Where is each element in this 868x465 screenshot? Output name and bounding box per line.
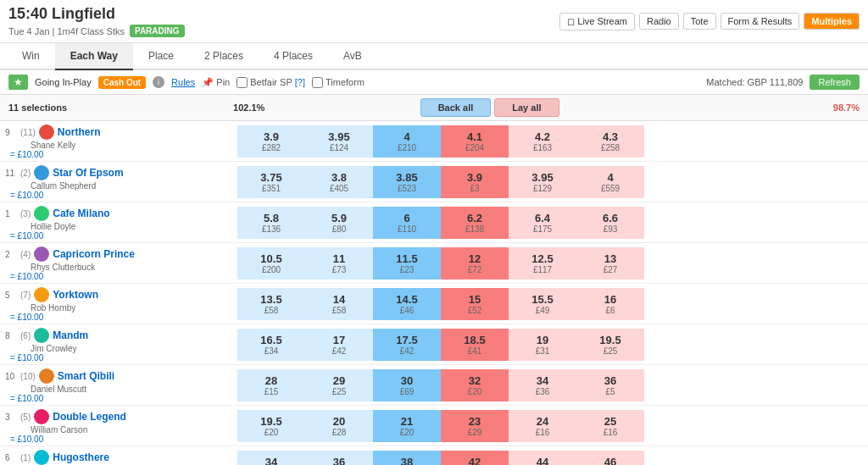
multiples-button[interactable]: Multiples: [804, 13, 860, 30]
tab-win[interactable]: Win: [7, 43, 55, 70]
lay-odds-cell[interactable]: 18.5£41: [441, 329, 509, 361]
timeform-checkbox-label[interactable]: Timeform: [312, 77, 364, 88]
odds-value: 21: [375, 415, 439, 428]
live-stream-button[interactable]: ◻ Live Stream: [559, 13, 635, 30]
lay-odds-cell[interactable]: 6.4£175: [509, 207, 576, 239]
tab-each-way[interactable]: Each Way: [55, 43, 133, 70]
lay-odds-cell[interactable]: 15.5£49: [509, 288, 576, 320]
app-container: 15:40 Lingfield Tue 4 Jan | 1m4f Class S…: [0, 0, 868, 465]
back-odds-cell[interactable]: 3.8£405: [305, 166, 373, 198]
tab-2places[interactable]: 2 Places: [189, 43, 259, 70]
back-odds-cell[interactable]: 13.5£58: [237, 288, 305, 320]
back-odds-cell[interactable]: 17.5£42: [373, 329, 441, 361]
timeform-checkbox[interactable]: [312, 77, 323, 88]
odds-value: 6: [375, 212, 439, 224]
tab-place[interactable]: Place: [133, 43, 189, 70]
lay-odds-cell[interactable]: 23£29: [441, 410, 509, 442]
lay-odds-cell[interactable]: 13£27: [576, 247, 644, 280]
horse-name[interactable]: Yorktown: [53, 289, 98, 301]
odds-amount: £351: [239, 184, 303, 193]
lay-odds-cell[interactable]: 4.2£163: [509, 125, 576, 158]
horse-name[interactable]: Capricorn Prince: [53, 248, 135, 260]
min-bet: = £10.00: [5, 394, 232, 403]
lay-odds-cell[interactable]: 12.5£117: [509, 247, 576, 280]
lay-odds-cell[interactable]: 12£72: [441, 247, 509, 280]
radio-button[interactable]: Radio: [639, 13, 679, 30]
lay-odds-cell[interactable]: 36£5: [576, 369, 644, 401]
lay-odds-cell[interactable]: 19.5£25: [576, 329, 644, 361]
back-odds-cell[interactable]: 3.75£351: [237, 166, 305, 198]
odds-amount: £29: [442, 428, 507, 437]
rules-link[interactable]: Rules: [171, 77, 195, 87]
lay-odds-cell[interactable]: 15£52: [441, 288, 509, 320]
back-all-button[interactable]: Back all: [420, 98, 492, 117]
lay-odds-cell[interactable]: 46£3: [576, 451, 644, 466]
horse-icon: [34, 206, 49, 221]
lay-odds-cell[interactable]: 16£6: [576, 288, 644, 320]
lay-odds-cell[interactable]: 4.1£204: [441, 125, 509, 158]
lay-odds-cell[interactable]: 4.3£258: [576, 125, 644, 158]
lay-odds-cell[interactable]: 32£20: [441, 369, 509, 401]
refresh-button[interactable]: Refresh: [810, 75, 860, 90]
min-bet: = £10.00: [5, 313, 232, 322]
min-bet: = £10.00: [5, 191, 232, 200]
lay-odds-cell[interactable]: 6.6£93: [576, 207, 644, 239]
back-odds-cell[interactable]: 4£210: [373, 125, 441, 158]
back-odds-cell[interactable]: 30£69: [373, 369, 441, 401]
lay-all-button[interactable]: Lay all: [494, 98, 559, 117]
lay-odds-cell[interactable]: 42£16: [441, 451, 509, 466]
lay-odds-cell[interactable]: 6.2£138: [441, 207, 509, 239]
header: 15:40 Lingfield Tue 4 Jan | 1m4f Class S…: [0, 0, 868, 43]
back-odds-cell[interactable]: 20£28: [305, 410, 373, 442]
back-odds-cell[interactable]: 21£20: [373, 410, 441, 442]
horse-name[interactable]: Cafe Milano: [53, 208, 109, 219]
back-odds-cell[interactable]: 38£12: [373, 451, 441, 466]
back-odds-cell[interactable]: 5.8£136: [237, 207, 305, 239]
back-odds-cell[interactable]: 6£110: [373, 207, 441, 239]
back-odds-cell[interactable]: 34£32: [237, 451, 305, 466]
back-odds-cell[interactable]: 3.9£282: [237, 125, 305, 158]
back-odds-cell[interactable]: 14£58: [305, 288, 373, 320]
lay-odds-cell[interactable]: 44£7: [509, 451, 576, 466]
horse-name[interactable]: Star Of Epsom: [53, 167, 123, 179]
pin-button[interactable]: 📌 Pin: [202, 77, 230, 88]
back-odds-cell[interactable]: 36£21: [305, 451, 373, 466]
back-odds-cell[interactable]: 3.95£124: [305, 125, 373, 158]
betfair-sp-checkbox-label[interactable]: Betfair SP [?]: [236, 77, 305, 88]
tote-button[interactable]: Tote: [683, 13, 716, 30]
lay-odds-cell[interactable]: 34£36: [509, 369, 576, 401]
horse-name[interactable]: Smart Qibili: [58, 370, 114, 382]
back-odds-cell[interactable]: 11£73: [305, 247, 373, 280]
odds-value: 4.3: [578, 130, 643, 143]
lay-odds-cell[interactable]: 19£31: [509, 329, 576, 361]
odds-value: 14.5: [375, 293, 439, 306]
back-odds-cell[interactable]: 17£42: [305, 329, 373, 361]
back-odds-cell[interactable]: 11.5£23: [373, 247, 441, 280]
lay-odds-cell[interactable]: 24£16: [509, 410, 576, 442]
horse-name[interactable]: Hugosthere: [53, 451, 109, 463]
back-odds-cell[interactable]: 28£15: [237, 369, 305, 401]
horse-name[interactable]: Mandm: [53, 329, 88, 341]
back-odds-cell[interactable]: 5.9£80: [305, 207, 373, 239]
back-odds-cell[interactable]: 3.85£523: [373, 166, 441, 198]
back-odds-cell[interactable]: 16.5£34: [237, 329, 305, 361]
lay-odds-cell[interactable]: 3.9£3: [441, 166, 509, 198]
tab-avb[interactable]: AvB: [328, 43, 377, 70]
back-odds-cell[interactable]: 14.5£46: [373, 288, 441, 320]
min-bet: = £10.00: [5, 435, 232, 444]
back-odds-cell[interactable]: 19.5£20: [237, 410, 305, 442]
tab-4places[interactable]: 4 Places: [259, 43, 328, 70]
horse-name[interactable]: Double Legend: [53, 411, 126, 423]
lay-odds-cell[interactable]: 25£16: [576, 410, 644, 442]
horse-name[interactable]: Northern: [58, 126, 101, 138]
betfair-sp-checkbox[interactable]: [236, 77, 248, 88]
lay-odds-cell[interactable]: 4£559: [576, 166, 644, 198]
form-results-button[interactable]: Form & Results: [721, 13, 800, 30]
lay-odds-cell[interactable]: 3.95£129: [509, 166, 576, 198]
odds-value: 3.95: [510, 171, 575, 184]
star-button[interactable]: ★: [8, 75, 28, 90]
back-odds-cell[interactable]: 10.5£200: [237, 247, 305, 280]
horse-number: 9: [5, 128, 17, 137]
odds-value: 17: [307, 334, 371, 346]
back-odds-cell[interactable]: 29£25: [305, 369, 373, 401]
